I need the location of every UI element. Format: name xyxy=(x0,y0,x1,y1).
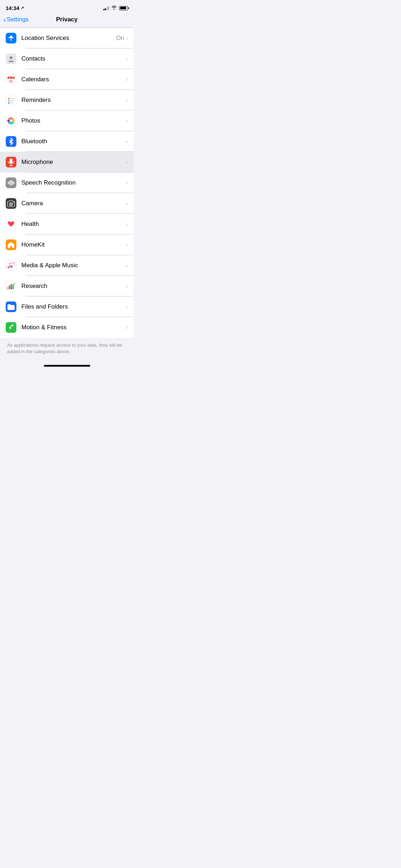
svg-rect-17 xyxy=(10,98,14,99)
speech-recognition-icon xyxy=(6,177,16,188)
item-label-speech: Speech Recognition xyxy=(21,179,126,186)
home-bar xyxy=(44,365,90,367)
time-label: 14:34 xyxy=(6,5,19,11)
back-chevron-icon: ‹ xyxy=(4,16,6,23)
item-label-reminders: Reminders xyxy=(21,97,126,104)
list-item-music[interactable]: Media & Apple Music › xyxy=(0,255,134,276)
svg-rect-32 xyxy=(8,182,9,184)
svg-rect-29 xyxy=(10,159,12,163)
svg-point-9 xyxy=(11,80,12,81)
list-item-photos[interactable]: Photos › xyxy=(0,110,134,131)
reminders-icon xyxy=(6,95,16,105)
svg-rect-3 xyxy=(7,78,15,79)
page-title: Privacy xyxy=(56,16,78,23)
list-item-fitness[interactable]: Motion & Fitness › xyxy=(0,317,134,338)
item-label-camera: Camera xyxy=(21,200,126,207)
svg-rect-19 xyxy=(10,103,13,103)
svg-rect-33 xyxy=(9,181,10,185)
status-icons xyxy=(103,5,128,11)
svg-point-28 xyxy=(10,119,12,122)
list-item-files[interactable]: Files and Folders › xyxy=(0,296,134,317)
svg-point-39 xyxy=(13,202,14,202)
calendars-icon: 31 xyxy=(6,74,16,85)
chevron-right-icon: › xyxy=(126,159,128,165)
svg-rect-35 xyxy=(12,181,13,185)
svg-rect-40 xyxy=(7,287,9,289)
svg-point-16 xyxy=(8,102,10,104)
photos-icon xyxy=(6,115,16,126)
item-label-files: Files and Folders xyxy=(21,303,126,310)
chevron-right-icon: › xyxy=(126,304,128,310)
homekit-icon xyxy=(6,239,16,250)
svg-point-13 xyxy=(11,81,12,82)
svg-point-46 xyxy=(12,324,14,326)
svg-point-6 xyxy=(12,77,13,78)
item-label-bluetooth: Bluetooth xyxy=(21,138,126,145)
item-label-calendars: Calendars xyxy=(21,76,126,83)
files-icon xyxy=(6,301,16,312)
wifi-icon xyxy=(111,5,117,11)
list-item-research[interactable]: Research › xyxy=(0,276,134,296)
chevron-right-icon: › xyxy=(126,139,128,144)
svg-point-11 xyxy=(9,81,9,82)
item-label-music: Media & Apple Music xyxy=(21,262,126,269)
svg-point-5 xyxy=(9,77,10,78)
list-item-microphone[interactable]: Microphone › xyxy=(0,152,134,172)
svg-point-38 xyxy=(10,203,12,205)
svg-point-7 xyxy=(9,80,9,81)
chevron-right-icon: › xyxy=(126,118,128,124)
camera-icon xyxy=(6,198,16,209)
bluetooth-icon xyxy=(6,136,16,147)
list-item-speech[interactable]: Speech Recognition › xyxy=(0,172,134,193)
list-item-camera[interactable]: Camera › xyxy=(0,193,134,214)
svg-rect-18 xyxy=(10,100,14,101)
footer-description: As applications request access to your d… xyxy=(0,338,134,362)
svg-point-15 xyxy=(8,100,10,102)
svg-rect-34 xyxy=(11,180,12,186)
home-indicator xyxy=(0,362,134,372)
svg-point-8 xyxy=(10,80,11,81)
list-item-contacts[interactable]: Contacts › xyxy=(0,48,134,69)
list-item-homekit[interactable]: HomeKit › xyxy=(0,234,134,255)
chevron-right-icon: › xyxy=(126,35,128,41)
fitness-icon xyxy=(6,322,16,333)
location-icon xyxy=(6,33,16,43)
chevron-right-icon: › xyxy=(126,325,128,330)
battery-icon xyxy=(119,6,128,10)
location-arrow-icon: ↗ xyxy=(21,6,24,10)
item-label-microphone: Microphone xyxy=(21,159,126,166)
item-label-fitness: Motion & Fitness xyxy=(21,324,126,331)
contacts-icon xyxy=(6,53,16,64)
item-label-research: Research xyxy=(21,283,126,290)
item-value-location: On xyxy=(116,35,124,42)
chevron-right-icon: › xyxy=(126,56,128,62)
svg-rect-36 xyxy=(14,182,15,184)
footer-text: As applications request access to your d… xyxy=(7,342,122,354)
list-item-health[interactable]: Health › xyxy=(0,214,134,234)
item-label-contacts: Contacts xyxy=(21,55,126,62)
chevron-right-icon: › xyxy=(126,242,128,248)
svg-point-0 xyxy=(10,56,12,59)
svg-point-10 xyxy=(13,80,14,81)
item-label-location: Location Services xyxy=(21,35,116,42)
chevron-right-icon: › xyxy=(126,97,128,103)
chevron-right-icon: › xyxy=(126,77,128,82)
item-label-photos: Photos xyxy=(21,117,126,124)
chevron-right-icon: › xyxy=(126,263,128,268)
nav-bar: ‹ Settings Privacy xyxy=(0,13,134,27)
list-item-reminders[interactable]: Reminders › xyxy=(0,90,134,110)
svg-text:31: 31 xyxy=(9,79,13,83)
microphone-icon xyxy=(6,157,16,167)
svg-rect-42 xyxy=(11,284,12,289)
back-label: Settings xyxy=(7,16,29,23)
svg-rect-41 xyxy=(9,285,10,289)
list-item-bluetooth[interactable]: Bluetooth › xyxy=(0,131,134,152)
health-icon xyxy=(6,219,16,229)
music-icon xyxy=(6,260,16,271)
svg-line-45 xyxy=(12,284,14,285)
chevron-right-icon: › xyxy=(126,221,128,227)
list-item-calendars[interactable]: 31 Calendars › xyxy=(0,69,134,90)
back-button[interactable]: ‹ Settings xyxy=(4,16,29,23)
list-item-location[interactable]: Location Services On › xyxy=(0,28,134,48)
svg-point-12 xyxy=(10,81,11,82)
